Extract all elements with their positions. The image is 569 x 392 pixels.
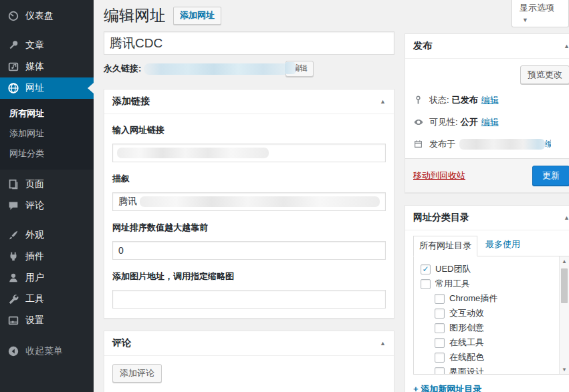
description-input[interactable]: 腾讯 — [112, 192, 386, 211]
sidebar-item-label: 评论 — [25, 200, 44, 212]
collapse-icon[interactable]: ▲ — [380, 98, 386, 105]
sidebar-item-users[interactable]: 用户 — [0, 267, 94, 288]
move-to-trash-link[interactable]: 移动到回收站 — [413, 170, 465, 182]
chevron-down-icon: ▼ — [522, 17, 528, 23]
sidebar-item-posts[interactable]: 文章 — [0, 35, 94, 56]
edit-visibility-link[interactable]: 编辑 — [481, 116, 499, 128]
sidebar-item-appearance[interactable]: 外观 — [0, 224, 94, 246]
submenu-item-all-links[interactable]: 所有网址 — [0, 104, 94, 124]
description-field-label: 描叙 — [112, 173, 386, 185]
active-menu-arrow — [88, 83, 94, 93]
edit-date-link[interactable]: 编辑 — [545, 138, 551, 150]
add-link-box: 添加链接 ▲ 输入网址链接 描叙 腾讯 网址排序数值越大越靠前 添加图片地址，调… — [104, 89, 394, 319]
comments-box: 评论 ▲ 添加评论 还没有评论。 — [104, 331, 394, 392]
comment-icon — [7, 199, 20, 212]
collapse-icon[interactable]: ▲ — [564, 214, 569, 221]
media-icon — [7, 60, 20, 73]
checkbox[interactable] — [435, 309, 445, 319]
scroll-up-icon[interactable]: ▲ — [560, 256, 569, 266]
scroll-down-icon[interactable]: ▼ — [560, 365, 569, 374]
category-item[interactable]: 在线配色 — [421, 350, 560, 365]
category-checklist[interactable]: ✓ UED团队 常用工具 Chrome插件 交互动效 图形创意 — [413, 256, 569, 375]
category-item[interactable]: 图形创意 — [421, 321, 560, 335]
checkbox[interactable] — [421, 279, 431, 289]
calendar-icon — [413, 139, 424, 150]
visibility-value: 公开 — [461, 116, 478, 128]
publish-box-title: 发布 — [413, 40, 432, 52]
sidebar-item-collapse-menu[interactable]: 收起菜单 — [0, 341, 94, 362]
plugin-icon — [7, 250, 20, 263]
description-redacted-blur — [140, 196, 380, 207]
url-input[interactable] — [112, 144, 386, 162]
page-title: 编辑网址 — [104, 5, 165, 25]
sidebar-item-label: 设置 — [25, 315, 44, 327]
image-field-label: 添加图片地址，调用指定缩略图 — [112, 270, 386, 282]
category-item[interactable]: Chrome插件 — [421, 291, 560, 306]
collapse-icon[interactable]: ▲ — [564, 43, 569, 49]
sidebar-item-tools[interactable]: 工具 — [0, 288, 94, 310]
checkbox[interactable] — [435, 323, 445, 333]
status-label: 状态: — [429, 94, 449, 106]
title-input[interactable] — [104, 31, 394, 55]
collapse-icon[interactable]: ▲ — [380, 340, 386, 347]
sidebar-item-dashboard[interactable]: 仪表盘 — [0, 5, 94, 27]
sidebar-item-comments[interactable]: 评论 — [0, 195, 94, 216]
sidebar-item-label: 媒体 — [25, 61, 44, 73]
screen-options-button[interactable]: 显示选项▼ — [511, 0, 569, 27]
sidebar-item-label: 页面 — [25, 178, 44, 190]
comments-box-title: 评论 — [112, 337, 131, 349]
sort-field-label: 网址排序数值越大越靠前 — [112, 222, 386, 234]
category-item[interactable]: 在线工具 — [421, 335, 560, 350]
checkbox[interactable] — [435, 367, 445, 375]
pages-icon — [7, 178, 20, 191]
image-url-input[interactable] — [112, 290, 386, 309]
preview-changes-button[interactable]: 预览更改 — [520, 65, 569, 84]
checkbox[interactable] — [435, 338, 445, 348]
category-item[interactable]: 常用工具 — [421, 276, 560, 291]
sidebar-item-media[interactable]: 媒体 — [0, 56, 94, 77]
sidebar-item-label: 插件 — [25, 250, 44, 262]
pushpin-icon — [7, 39, 20, 52]
submenu-item-link-categories[interactable]: 网址分类 — [0, 144, 94, 164]
published-on-label: 发布于 — [429, 138, 455, 150]
scrollbar[interactable]: ▲ ▼ — [559, 256, 569, 374]
permalink-label: 永久链接: — [104, 63, 141, 75]
scrollbar-thumb[interactable] — [561, 268, 568, 303]
checkbox[interactable] — [435, 353, 445, 363]
edit-status-link[interactable]: 编辑 — [481, 94, 499, 106]
screen-options-label: 显示选项 — [520, 3, 554, 13]
publish-box: 发布 ▲ 预览更改 状态: 已发布 编辑 可见性: 公开 编辑 发布于 — [405, 33, 569, 193]
sort-input[interactable] — [112, 241, 386, 260]
sidebar-item-plugins[interactable]: 插件 — [0, 246, 94, 267]
checkbox[interactable] — [435, 294, 445, 304]
dashboard-icon — [7, 9, 20, 23]
sidebar-item-links[interactable]: 网址 — [0, 77, 94, 99]
sidebar-item-label: 用户 — [25, 272, 44, 284]
sidebar-item-pages[interactable]: 页面 — [0, 174, 94, 195]
checkbox-checked[interactable]: ✓ — [421, 264, 431, 274]
visibility-label: 可见性: — [429, 116, 458, 128]
submenu-item-add-link[interactable]: 添加网址 — [0, 124, 94, 144]
sidebar-item-label: 外观 — [25, 229, 44, 241]
admin-sidebar: 仪表盘 文章 媒体 网址 所有网址 添加网址 网址分类 页面 评论 外观 插件 … — [0, 0, 94, 392]
url-categories-box: 网址分类目录 ▲ 所有网址目录 最多使用 ✓ UED团队 常用工具 Chrome — [405, 205, 569, 392]
side-panel: 发布 ▲ 预览更改 状态: 已发布 编辑 可见性: 公开 编辑 发布于 — [405, 33, 569, 392]
tab-all-categories[interactable]: 所有网址目录 — [413, 236, 477, 256]
update-button[interactable]: 更新 — [532, 166, 569, 186]
add-new-category-link[interactable]: + 添加新网址目录 — [413, 383, 481, 392]
settings-icon — [7, 314, 20, 327]
category-item[interactable]: 交互动效 — [421, 306, 560, 321]
add-link-box-title: 添加链接 — [112, 95, 150, 108]
status-value: 已发布 — [452, 94, 478, 106]
user-icon — [7, 271, 20, 284]
collapse-menu-icon — [7, 345, 20, 358]
add-comment-button[interactable]: 添加评论 — [112, 364, 162, 383]
add-url-button[interactable]: 添加网址 — [173, 7, 221, 25]
category-item[interactable]: ✓ UED团队 — [421, 262, 560, 276]
sidebar-item-label: 仪表盘 — [25, 10, 53, 22]
sidebar-item-settings[interactable]: 设置 — [0, 310, 94, 331]
url-categories-box-title: 网址分类目录 — [413, 212, 469, 224]
tab-most-used[interactable]: 最多使用 — [485, 238, 520, 256]
category-item[interactable]: 界面设计 — [421, 365, 560, 375]
permalink-edit-button[interactable]: 编辑 — [286, 61, 314, 77]
